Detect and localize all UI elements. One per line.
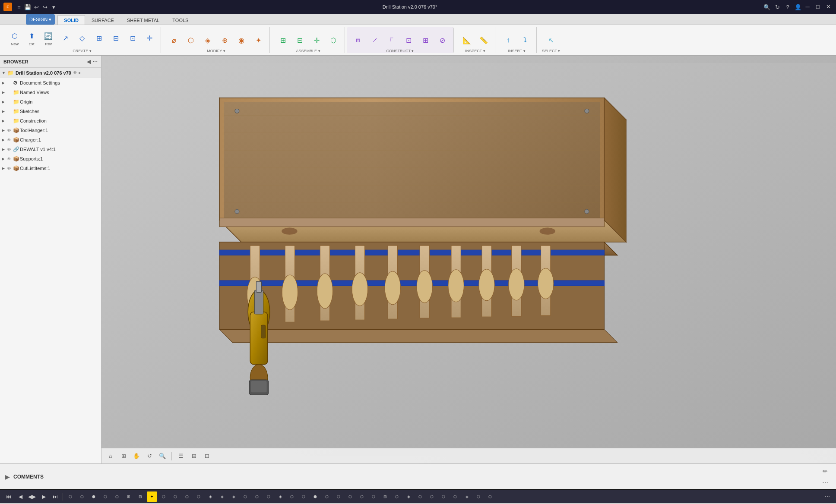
inspect-btn2[interactable]: 📏 <box>476 33 491 47</box>
tl-btn-25[interactable]: ⬡ <box>357 491 367 502</box>
add-comment-btn[interactable]: ✏ <box>820 466 831 477</box>
tl-btn-11[interactable]: ⬡ <box>193 491 204 502</box>
timeline-start-btn[interactable]: ⏮ <box>3 491 14 502</box>
tl-btn-27[interactable]: ⊞ <box>380 491 390 502</box>
revolve-btn[interactable]: 🔄 Rev <box>41 29 56 47</box>
modify-btn5[interactable]: ◉ <box>234 33 249 47</box>
tree-item-cutlist[interactable]: ▶ 👁 📦 CutListItems:1 <box>0 164 101 173</box>
tree-item-charger[interactable]: ▶ 👁 📦 Charger:1 <box>0 135 101 145</box>
timeline-settings-btn[interactable]: ⋯ <box>822 491 833 502</box>
tl-btn-5[interactable]: ⬡ <box>112 491 122 502</box>
modify-btn3[interactable]: ◈ <box>200 33 215 47</box>
tab-solid[interactable]: SOLID <box>57 15 85 25</box>
app-menu-button[interactable]: ≡ <box>15 3 23 11</box>
tl-btn-32[interactable]: ⬡ <box>438 491 449 502</box>
qa-more-button[interactable]: ▾ <box>49 3 58 11</box>
model-viewport[interactable] <box>101 56 836 463</box>
tree-item-construction[interactable]: ▶ 📁 Construction <box>0 116 101 126</box>
plane-at-angle-btn[interactable]: ⟌ <box>384 33 399 47</box>
tl-btn-17[interactable]: ⬡ <box>263 491 274 502</box>
tl-btn-24[interactable]: ⬡ <box>345 491 355 502</box>
tl-btn-8[interactable]: ⬡ <box>158 491 169 502</box>
tree-item-supports[interactable]: ▶ 👁 📦 Supports:1 <box>0 154 101 164</box>
tl-btn-19[interactable]: ⬡ <box>287 491 297 502</box>
tl-btn-2[interactable]: ⬡ <box>77 491 87 502</box>
modify-btn4[interactable]: ⊕ <box>217 33 232 47</box>
browser-options-icon[interactable]: ⋯ <box>92 59 98 65</box>
browser-collapse-icon[interactable]: ◀ <box>87 59 91 65</box>
move-btn[interactable]: ✛ <box>142 31 157 45</box>
midplane-btn[interactable]: ⊞ <box>418 33 433 47</box>
insert-btn1[interactable]: ↑ <box>500 33 516 47</box>
tl-btn-28[interactable]: ⬡ <box>392 491 402 502</box>
construct-label[interactable]: CONSTRUCT ▾ <box>386 49 414 53</box>
snapping-btn[interactable]: ⊡ <box>201 450 212 462</box>
maximize-button[interactable]: □ <box>814 3 822 11</box>
tl-btn-21[interactable]: ⬢ <box>310 491 320 502</box>
modify-btn2[interactable]: ⬡ <box>183 33 199 47</box>
tl-btn-23[interactable]: ⬡ <box>333 491 344 502</box>
assemble-btn2[interactable]: ⊟ <box>292 33 307 47</box>
tl-btn-1[interactable]: ⬡ <box>65 491 76 502</box>
insert-btn2[interactable]: ⤵ <box>517 33 533 47</box>
tl-btn-7[interactable]: ⊟ <box>135 491 146 502</box>
assemble-btn1[interactable]: ⊞ <box>275 33 291 47</box>
create-label[interactable]: CREATE ▾ <box>73 49 91 53</box>
select-btn1[interactable]: ↖ <box>543 33 559 47</box>
tl-btn-13[interactable]: ◈ <box>217 491 227 502</box>
modify-btn1[interactable]: ⌀ <box>166 33 182 47</box>
extrude-btn[interactable]: ⬆ Ext <box>24 29 39 47</box>
tl-btn-34[interactable]: ◈ <box>462 491 472 502</box>
refresh-button[interactable]: ↻ <box>772 2 782 12</box>
tab-tools[interactable]: TOOLS <box>166 15 195 25</box>
inspect-label[interactable]: INSPECT ▾ <box>465 49 485 53</box>
timeline-end-btn[interactable]: ⏭ <box>50 491 60 502</box>
tree-item-doc-settings[interactable]: ▶ ⚙ Document Settings <box>0 78 101 88</box>
assemble-btn3[interactable]: ✛ <box>309 33 324 47</box>
tl-btn-3[interactable]: ⬢ <box>89 491 99 502</box>
tab-sheet-metal[interactable]: SHEET METAL <box>120 15 166 25</box>
root-visibility-icon[interactable]: 👁 <box>73 70 77 75</box>
timeline-play-btn[interactable]: ▶ <box>38 491 49 502</box>
tl-btn-12[interactable]: ◈ <box>205 491 215 502</box>
offset-plane-btn[interactable]: ⧈ <box>350 33 366 47</box>
tree-item-origin[interactable]: ▶ 📁 Origin <box>0 97 101 107</box>
fit-btn[interactable]: ⊞ <box>118 450 129 462</box>
account-button[interactable]: 👤 <box>793 2 803 12</box>
plane-along-path-btn[interactable]: ⟋ <box>367 33 383 47</box>
axis-cylinder-btn[interactable]: ⊘ <box>434 33 450 47</box>
tl-btn-18[interactable]: ◈ <box>275 491 285 502</box>
new-component-btn[interactable]: ⬡ New <box>7 29 22 47</box>
tl-btn-33[interactable]: ⬡ <box>450 491 460 502</box>
rib-btn[interactable]: ⊞ <box>91 31 107 45</box>
tl-btn-31[interactable]: ⬡ <box>427 491 437 502</box>
timeline-play-rev-btn[interactable]: ◀▶ <box>27 491 37 502</box>
tl-btn-active[interactable]: ✦ <box>147 491 157 502</box>
tl-btn-14[interactable]: ◈ <box>228 491 239 502</box>
tree-item-named-views[interactable]: ▶ 📁 Named Views <box>0 88 101 97</box>
orbit-btn[interactable]: ↺ <box>144 450 155 462</box>
tl-btn-20[interactable]: ⬡ <box>298 491 309 502</box>
tl-btn-9[interactable]: ⬡ <box>170 491 180 502</box>
tl-btn-36[interactable]: ⬡ <box>485 491 495 502</box>
tl-btn-15[interactable]: ⬡ <box>240 491 250 502</box>
tangent-plane-btn[interactable]: ⊡ <box>401 33 416 47</box>
tl-btn-29[interactable]: ◈ <box>403 491 414 502</box>
assemble-label[interactable]: ASSEMBLE ▾ <box>296 49 320 53</box>
tl-btn-26[interactable]: ⬡ <box>368 491 379 502</box>
minimize-button[interactable]: ─ <box>803 3 812 11</box>
insert-label[interactable]: INSERT ▾ <box>508 49 525 53</box>
close-button[interactable]: ✕ <box>824 3 833 11</box>
inspect-btn1[interactable]: 📐 <box>459 33 475 47</box>
display-settings-btn[interactable]: ☰ <box>175 450 187 462</box>
modify-label[interactable]: MODIFY ▾ <box>207 49 225 53</box>
redo-button[interactable]: ↪ <box>41 3 49 11</box>
undo-button[interactable]: ↩ <box>32 3 41 11</box>
tree-root[interactable]: ▼ 📁 Drill Station v2.0 076 v70 👁 ● <box>0 68 101 78</box>
zoom-btn[interactable]: 🔍 <box>157 450 168 462</box>
tree-item-sketches[interactable]: ▶ 📁 Sketches <box>0 107 101 116</box>
tree-item-dewalt[interactable]: ▶ 👁 🔗 DEWALT v1 v4:1 <box>0 145 101 154</box>
sweep-btn[interactable]: ↗ <box>57 31 73 45</box>
tl-btn-16[interactable]: ⬡ <box>252 491 262 502</box>
tl-btn-30[interactable]: ⬡ <box>415 491 425 502</box>
